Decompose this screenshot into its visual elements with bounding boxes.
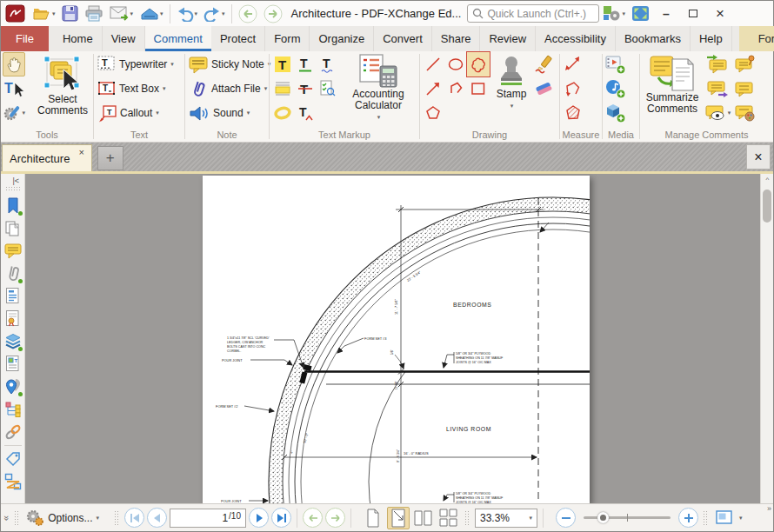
chevron-down-icon[interactable]: ▾ xyxy=(163,85,166,92)
highlight-area-button[interactable] xyxy=(271,76,294,101)
document-tab-architecture[interactable]: Architecture × xyxy=(2,144,92,171)
redo-button[interactable]: ▾ xyxy=(201,3,228,25)
insert-text-button[interactable]: T xyxy=(294,101,317,125)
chevron-down-icon[interactable]: ▾ xyxy=(529,515,532,522)
collapse-sidebar-icon[interactable]: |< xyxy=(12,175,24,185)
sidebar-attachments-button[interactable] xyxy=(3,263,23,284)
squiggly-underline-button[interactable]: T xyxy=(317,52,339,76)
pencil-tool-button[interactable] xyxy=(533,52,556,76)
tab-protect[interactable]: Protect xyxy=(211,26,265,51)
accounting-calculator-button[interactable]: Accounting Calculator▾ xyxy=(339,52,417,123)
tab-file[interactable]: File xyxy=(1,26,49,51)
add-video-button[interactable] xyxy=(604,52,627,76)
sidebar-bookmarks-button[interactable] xyxy=(3,195,23,216)
perimeter-tool-button[interactable] xyxy=(562,76,584,101)
options-button[interactable]: Options... xyxy=(48,512,92,524)
multi-page-view-button[interactable] xyxy=(437,507,460,529)
scrollbar-thumb[interactable] xyxy=(763,190,771,223)
add-3d-button[interactable] xyxy=(604,101,627,125)
sidebar-signatures-button[interactable] xyxy=(3,308,23,329)
sidebar-destinations-button[interactable] xyxy=(3,376,23,397)
chevron-down-icon[interactable]: ▾ xyxy=(22,110,25,116)
polyline-tool-button[interactable] xyxy=(444,76,467,101)
tab-organize[interactable]: Organize xyxy=(310,26,374,51)
chevron-down-icon[interactable]: ▾ xyxy=(156,110,159,116)
previous-page-button[interactable] xyxy=(147,508,167,528)
close-document-button[interactable]: × xyxy=(746,144,771,170)
tab-share[interactable]: Share xyxy=(432,26,481,51)
underline-text-button[interactable]: T xyxy=(294,52,317,76)
toolbar-grip[interactable] xyxy=(464,510,470,525)
last-page-button[interactable] xyxy=(271,508,291,528)
chevron-down-icon[interactable]: ▾ xyxy=(377,111,381,123)
save-button[interactable] xyxy=(59,3,81,25)
import-comments-button[interactable] xyxy=(703,52,732,76)
chevron-down-icon[interactable]: ▾ xyxy=(170,61,174,68)
cloud-tool-button[interactable] xyxy=(467,52,490,76)
select-comments-button[interactable]: Select Comments xyxy=(34,52,91,116)
rectangle-tool-button[interactable] xyxy=(467,76,490,101)
sidebar-order-button[interactable] xyxy=(3,470,23,492)
undo-button[interactable]: ▾ xyxy=(174,3,201,25)
callout-button[interactable]: TCallout▾ xyxy=(96,101,176,125)
tab-format[interactable]: Format xyxy=(739,26,774,51)
chevron-down-icon[interactable]: ▾ xyxy=(247,110,250,116)
sidebar-links-button[interactable] xyxy=(3,421,23,442)
history-back-button[interactable] xyxy=(236,3,260,25)
tab-convert[interactable]: Convert xyxy=(374,26,432,51)
minimize-button[interactable]: – xyxy=(653,3,679,24)
tab-accessibility[interactable]: Accessibility xyxy=(536,26,616,51)
distance-tool-button[interactable] xyxy=(562,52,584,76)
single-page-view-button[interactable] xyxy=(362,507,384,529)
sound-button[interactable]: Sound▾ xyxy=(187,101,272,125)
sidebar-fields-button[interactable] xyxy=(3,285,23,307)
chevron-down-icon[interactable]: ▾ xyxy=(728,110,731,116)
note-comment-button[interactable] xyxy=(732,76,758,101)
tab-review[interactable]: Review xyxy=(480,26,536,51)
collapse-statusbar-icon[interactable]: » xyxy=(2,515,12,520)
toolbar-grip[interactable] xyxy=(114,510,120,525)
tab-bookmarks[interactable]: Bookmarks xyxy=(616,26,691,51)
chevron-down-icon[interactable]: ▾ xyxy=(52,10,56,17)
add-audio-button[interactable] xyxy=(604,76,627,101)
view-back-button[interactable] xyxy=(303,508,323,528)
tab-view[interactable]: View xyxy=(103,26,145,51)
fullscreen-button[interactable] xyxy=(629,3,652,25)
zoom-level-select[interactable]: 33.3%▾ xyxy=(475,509,537,528)
show-comments-button[interactable]: ▾ xyxy=(703,101,732,125)
chevron-down-icon[interactable]: ▾ xyxy=(195,10,198,17)
vertical-scrollbar[interactable]: ^ xyxy=(760,174,773,503)
tab-comment[interactable]: Comment xyxy=(145,26,211,51)
close-window-button[interactable]: × xyxy=(707,3,733,24)
area-tool-button[interactable] xyxy=(562,101,584,125)
chevron-down-icon[interactable]: ▾ xyxy=(222,10,225,17)
open-button[interactable]: ▾ xyxy=(30,3,58,25)
arrow-tool-button[interactable] xyxy=(422,76,444,101)
ui-options-button[interactable]: ▾ xyxy=(600,3,628,25)
ellipse-tool-button[interactable] xyxy=(444,52,467,76)
zoom-slider[interactable] xyxy=(584,516,671,519)
chevron-down-icon[interactable]: ▾ xyxy=(510,100,514,111)
pencil-highlight-button[interactable] xyxy=(271,101,294,125)
page-number-field[interactable]: 1/10 xyxy=(170,509,246,528)
chevron-down-icon[interactable]: ▾ xyxy=(160,10,163,17)
maximize-button[interactable] xyxy=(680,3,706,24)
sidebar-tags-button[interactable] xyxy=(3,448,23,469)
quick-launch-input[interactable]: Quick Launch (Ctrl+.) xyxy=(467,4,599,23)
pin-comment-button[interactable] xyxy=(732,52,758,76)
polygon-tool-button[interactable] xyxy=(422,101,444,125)
chevron-down-icon[interactable]: ▾ xyxy=(96,515,99,522)
two-page-view-button[interactable] xyxy=(412,507,435,529)
scroll-up-icon[interactable]: ^ xyxy=(763,176,772,183)
print-button[interactable] xyxy=(82,3,106,25)
sidebar-structure-button[interactable] xyxy=(3,398,23,420)
chevron-down-icon[interactable]: ▾ xyxy=(264,85,268,92)
sticky-note-button[interactable]: Sticky Note▾ xyxy=(187,52,272,76)
sidebar-comments-button[interactable] xyxy=(3,240,23,262)
zoom-out-button[interactable] xyxy=(556,508,576,528)
tab-home[interactable]: Home xyxy=(54,26,103,51)
highlight-text-button[interactable]: T xyxy=(271,52,294,76)
text-box-button[interactable]: TText Box▾ xyxy=(96,76,176,101)
select-text-tool-button[interactable]: T xyxy=(3,76,25,101)
toolbar-grip[interactable] xyxy=(14,510,20,525)
